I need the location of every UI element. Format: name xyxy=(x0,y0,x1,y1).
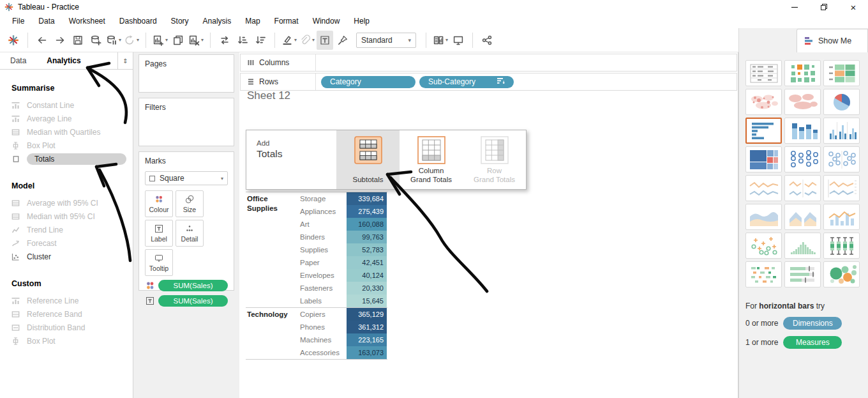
menu-window[interactable]: Window xyxy=(306,15,347,27)
analytics-item-average-line[interactable]: Average Line xyxy=(11,112,130,125)
showme-thumbnail-pie-chart[interactable] xyxy=(823,89,860,115)
showme-thumbnail-symbol-map[interactable] xyxy=(745,89,782,115)
new-data-source-icon[interactable] xyxy=(87,31,104,50)
pause-auto-updates-icon[interactable]: ▾ xyxy=(105,31,122,50)
sales-value-cell[interactable]: 339,684 xyxy=(347,192,387,205)
sales-value-cell[interactable]: 20,330 xyxy=(347,282,387,295)
measure-pill[interactable]: SUM(Sales) xyxy=(158,295,228,307)
analytics-item-trend-line[interactable]: Trend Line xyxy=(11,224,130,236)
showme-thumbnail-bullet-graph[interactable] xyxy=(784,261,821,287)
analytics-item-box-plot[interactable]: Box Plot xyxy=(11,335,130,348)
menu-file[interactable]: File xyxy=(5,15,31,27)
showme-thumbnail-side-by-side-bars[interactable] xyxy=(823,118,860,144)
sales-value-cell[interactable]: 163,073 xyxy=(347,346,387,359)
dimension-pill-sub-category[interactable]: Sub-Category xyxy=(419,76,514,88)
swap-rows-columns-icon[interactable] xyxy=(216,31,233,50)
showme-thumbnail-packed-bubbles[interactable] xyxy=(823,261,860,287)
duplicate-icon[interactable] xyxy=(170,31,186,50)
analytics-item-average-with-95-ci[interactable]: Average with 95% CI xyxy=(11,197,130,210)
showme-thumbnail-scatter-plot[interactable] xyxy=(745,233,782,259)
sub-category-header[interactable]: Machines xyxy=(300,333,347,346)
sub-category-header[interactable]: Accessories xyxy=(300,346,347,359)
showme-thumbnail-box-and-whisker[interactable] xyxy=(823,233,860,259)
menu-data[interactable]: Data xyxy=(31,15,61,27)
show-mark-labels-icon[interactable] xyxy=(317,31,333,50)
highlight-icon[interactable]: ▾ xyxy=(281,31,297,50)
show-me-button[interactable]: Show Me xyxy=(797,29,868,52)
mark-type-dropdown[interactable]: Square ▾ xyxy=(145,171,228,185)
clear-sheet-icon[interactable]: ▾ xyxy=(188,31,204,50)
sub-category-header[interactable]: Binders xyxy=(300,231,347,243)
sales-value-cell[interactable]: 15,645 xyxy=(347,295,387,307)
size-button[interactable]: Size xyxy=(176,190,204,217)
close-icon[interactable]: × xyxy=(839,0,868,14)
share-icon[interactable] xyxy=(479,31,495,50)
sub-category-header[interactable]: Fasteners xyxy=(300,282,347,295)
totals-option-subtotals[interactable]: Subtotals xyxy=(336,130,400,189)
menu-story[interactable]: Story xyxy=(164,15,196,27)
label-button[interactable]: Label xyxy=(145,220,173,247)
presentation-mode-icon[interactable] xyxy=(450,31,467,50)
sub-category-header[interactable]: Phones xyxy=(300,321,347,333)
showme-thumbnail-lines-discrete[interactable] xyxy=(784,175,821,201)
fix-axes-icon[interactable] xyxy=(334,31,351,50)
new-worksheet-icon[interactable]: ▾ xyxy=(152,31,168,50)
run-update-icon[interactable]: ▾ xyxy=(123,31,140,50)
menu-dashboard[interactable]: Dashboard xyxy=(112,15,164,27)
sub-category-header[interactable]: Envelopes xyxy=(300,269,347,282)
showme-thumbnail-area-discrete[interactable] xyxy=(784,204,821,230)
measure-pill[interactable]: SUM(Sales) xyxy=(158,280,228,291)
showme-thumbnail-lines-continuous[interactable] xyxy=(745,175,782,201)
menu-help[interactable]: Help xyxy=(347,15,377,27)
tooltip-button[interactable]: Tooltip xyxy=(145,249,173,276)
restore-icon[interactable] xyxy=(809,0,839,14)
sort-ascending-icon[interactable] xyxy=(234,31,251,50)
analytics-item-reference-line[interactable]: Reference Line xyxy=(11,295,130,307)
pages-shelf[interactable]: Pages xyxy=(138,54,234,93)
sub-category-header[interactable]: Paper xyxy=(300,256,347,269)
save-icon[interactable] xyxy=(70,31,86,50)
showme-thumbnail-dual-lines[interactable] xyxy=(823,175,860,201)
sort-descending-icon[interactable] xyxy=(252,31,269,50)
showme-thumbnail-filled-map[interactable] xyxy=(784,89,821,115)
sales-value-cell[interactable]: 275,439 xyxy=(347,205,387,218)
menu-analysis[interactable]: Analysis xyxy=(196,15,239,27)
showme-thumbnail-circle-views[interactable] xyxy=(784,146,821,172)
sort-descending-icon[interactable] xyxy=(497,77,505,86)
sales-value-cell[interactable]: 99,763 xyxy=(347,231,387,243)
pane-control-icon[interactable]: ⇕ xyxy=(117,52,133,69)
showme-thumbnail-text-table[interactable] xyxy=(745,60,782,86)
menu-worksheet[interactable]: Worksheet xyxy=(62,15,112,27)
showme-thumbnail-gantt[interactable] xyxy=(745,261,782,287)
sub-category-header[interactable]: Supplies xyxy=(300,243,347,256)
sales-value-cell[interactable]: 52,783 xyxy=(347,243,387,256)
sales-value-cell[interactable]: 365,129 xyxy=(347,308,387,321)
sales-value-cell[interactable]: 42,451 xyxy=(347,256,387,269)
analytics-item-forecast[interactable]: Forecast xyxy=(11,237,130,250)
showme-thumbnail-dual-combination[interactable] xyxy=(823,204,860,230)
tab-data[interactable]: Data xyxy=(0,52,36,69)
menu-map[interactable]: Map xyxy=(238,15,267,27)
redo-icon[interactable] xyxy=(52,31,68,50)
category-header[interactable]: Office Supplies xyxy=(246,192,300,307)
showme-thumbnail-highlight-table[interactable] xyxy=(823,60,860,86)
showme-thumbnail-histogram[interactable] xyxy=(784,233,821,259)
filters-shelf[interactable]: Filters xyxy=(138,98,234,146)
columns-shelf[interactable]: Columns xyxy=(240,54,737,72)
analytics-item-box-plot[interactable]: Box Plot xyxy=(11,139,130,152)
analytics-item-median-with-95-ci[interactable]: Median with 95% CI xyxy=(11,210,130,223)
sub-category-header[interactable]: Storage xyxy=(300,192,347,205)
minimize-icon[interactable] xyxy=(780,0,809,14)
showme-thumbnail-horizontal-bars[interactable] xyxy=(745,118,782,144)
undo-icon[interactable] xyxy=(34,31,50,50)
sub-category-header[interactable]: Labels xyxy=(300,295,347,307)
rows-shelf[interactable]: Rows CategorySub-Category xyxy=(240,73,737,91)
fit-selector[interactable]: Standard▾ xyxy=(356,33,416,48)
dimension-pill-category[interactable]: Category xyxy=(321,76,415,88)
showme-thumbnail-stacked-bars[interactable] xyxy=(784,118,821,144)
detail-button[interactable]: Detail xyxy=(176,220,204,247)
sub-category-header[interactable]: Copiers xyxy=(300,308,347,321)
show-hide-cards-icon[interactable]: ▾ xyxy=(432,31,449,50)
colour-button[interactable]: Colour xyxy=(145,190,173,217)
showme-thumbnail-heat-map[interactable] xyxy=(784,60,821,86)
